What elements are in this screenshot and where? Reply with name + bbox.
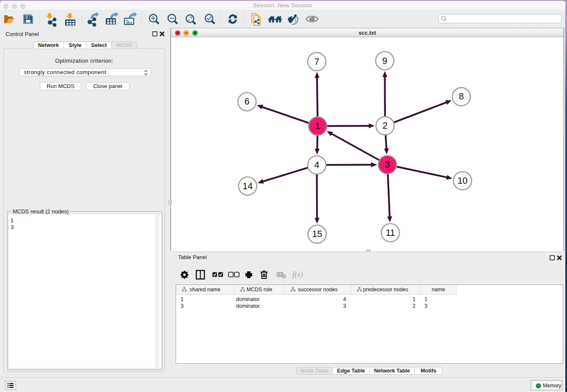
svg-text:14: 14	[242, 181, 253, 191]
svg-text:1: 1	[315, 121, 320, 131]
svg-text:4: 4	[314, 160, 319, 170]
svg-text:8: 8	[459, 91, 464, 102]
svg-text:7: 7	[314, 57, 319, 67]
svg-text:10: 10	[457, 176, 468, 186]
svg-text:f(x): f(x)	[292, 270, 303, 279]
svg-text:15: 15	[312, 229, 322, 239]
svg-text:9: 9	[382, 56, 387, 66]
svg-text:11: 11	[385, 228, 395, 238]
svg-text:2: 2	[383, 121, 388, 131]
svg-text:3: 3	[385, 160, 390, 170]
svg-text:6: 6	[245, 97, 250, 107]
